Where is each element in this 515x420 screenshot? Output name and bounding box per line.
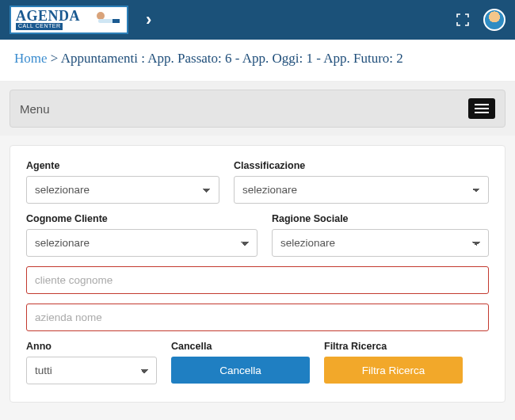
filtra-label: Filtra Ricerca bbox=[324, 341, 463, 352]
chevron-right-icon[interactable]: › bbox=[146, 10, 151, 30]
breadcrumb-home-link[interactable]: Home bbox=[14, 51, 48, 66]
app-logo[interactable]: AGENDA CALL CENTER bbox=[10, 6, 128, 34]
hamburger-menu-icon[interactable] bbox=[468, 98, 495, 119]
anno-label: Anno bbox=[26, 341, 157, 352]
user-avatar[interactable] bbox=[483, 9, 505, 31]
logo-sub-text: CALL CENTER bbox=[16, 23, 63, 29]
svg-point-0 bbox=[97, 12, 105, 20]
cancella-label: Cancella bbox=[171, 341, 310, 352]
top-bar: AGENDA CALL CENTER › bbox=[0, 0, 515, 40]
cognome-select[interactable]: selezionare bbox=[26, 229, 258, 257]
breadcrumb: Home > Appuntamenti : App. Passato: 6 - … bbox=[0, 40, 515, 82]
cognome-label: Cognome Cliente bbox=[26, 213, 258, 224]
classificazione-select[interactable]: selezionare bbox=[234, 176, 489, 204]
top-bar-right bbox=[456, 9, 505, 31]
svg-rect-2 bbox=[113, 19, 120, 23]
menu-label: Menu bbox=[20, 102, 50, 116]
ragione-select[interactable]: selezionare bbox=[272, 229, 489, 257]
anno-select[interactable]: tutti bbox=[26, 357, 157, 384]
azienda-nome-input[interactable] bbox=[26, 304, 489, 331]
fullscreen-icon[interactable] bbox=[456, 13, 469, 26]
filtra-button[interactable]: Filtra Ricerca bbox=[324, 357, 463, 384]
breadcrumb-rest: Appuntamenti : App. Passato: 6 - App. Og… bbox=[61, 51, 403, 66]
menu-bar-container: Menu bbox=[0, 82, 515, 136]
cancella-button[interactable]: Cancella bbox=[171, 357, 310, 384]
pen-icon bbox=[93, 11, 122, 29]
breadcrumb-separator: > bbox=[51, 51, 59, 66]
filter-card: Agente selezionare Classificazione selez… bbox=[10, 145, 505, 403]
logo-main-text: AGENDA bbox=[16, 10, 80, 22]
content-area: Agente selezionare Classificazione selez… bbox=[0, 136, 515, 412]
classificazione-label: Classificazione bbox=[234, 160, 489, 171]
cliente-cognome-input[interactable] bbox=[26, 266, 489, 294]
agente-select[interactable]: selezionare bbox=[26, 176, 219, 204]
agente-label: Agente bbox=[26, 160, 219, 171]
ragione-label: Ragione Sociale bbox=[272, 213, 489, 224]
top-bar-left: AGENDA CALL CENTER › bbox=[10, 6, 151, 34]
menu-bar: Menu bbox=[10, 90, 505, 128]
